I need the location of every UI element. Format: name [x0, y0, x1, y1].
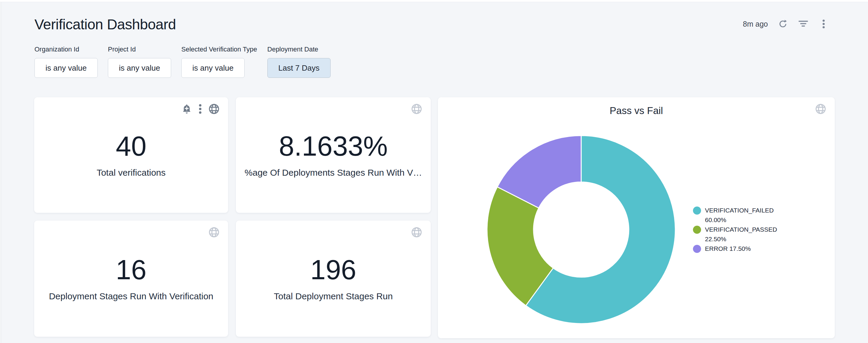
filter-value-selected-verification-type[interactable]: is any value	[181, 58, 245, 78]
pass-vs-fail-donut-chart[interactable]	[485, 134, 677, 325]
legend-label: VERIFICATION_FAILED	[705, 207, 774, 214]
header-actions: 8m ago	[743, 18, 830, 31]
globe-icon[interactable]	[815, 103, 826, 115]
filter-selected-verification-type: Selected Verification Type is any value	[181, 45, 257, 78]
tile-label: Deployment Stages Run With Verification	[49, 291, 213, 301]
filter-deployment-date: Deployment Date Last 7 Days	[267, 45, 331, 78]
legend-item-verification-passed[interactable]: VERIFICATION_PASSED 22.50%	[693, 225, 789, 244]
filter-icon[interactable]	[797, 18, 809, 31]
tile-label: Total verifications	[96, 168, 165, 178]
chart-title: Pass vs Fail	[438, 105, 835, 116]
tile-total-deployment-stages-run: 196 Total Deployment Stages Run	[236, 220, 431, 337]
tile-total-verifications: 40 Total verifications	[34, 97, 228, 213]
legend-swatch	[693, 245, 701, 253]
window-top-edge	[0, 0, 868, 2]
tile-deployment-stages-run-with-verification: 16 Deployment Stages Run With Verificati…	[34, 220, 228, 337]
filter-project-id: Project Id is any value	[108, 45, 171, 78]
tile-value: 196	[310, 256, 356, 283]
dashboard-page: Verification Dashboard 8m ago	[0, 0, 868, 343]
tile-value: 8.1633%	[279, 132, 388, 160]
filter-value-project-id[interactable]: is any value	[108, 58, 171, 78]
kebab-menu-icon[interactable]	[818, 18, 830, 31]
legend-label: ERROR	[705, 245, 728, 252]
filter-value-deployment-date[interactable]: Last 7 Days	[267, 58, 331, 78]
filter-label: Project Id	[108, 45, 171, 53]
pass-vs-fail-chart-card: Pass vs Fail VERIFICATION_FAILED 60.00% …	[438, 97, 835, 338]
refresh-icon[interactable]	[777, 18, 789, 31]
legend-value: 60.00%	[705, 216, 726, 223]
chart-legend: VERIFICATION_FAILED 60.00% VERIFICATION_…	[693, 206, 789, 253]
filter-label: Deployment Date	[267, 45, 331, 53]
legend-item-verification-failed[interactable]: VERIFICATION_FAILED 60.00%	[693, 206, 789, 225]
filter-value-organization-id[interactable]: is any value	[34, 58, 98, 78]
tile-label: %age Of Deployments Stages Run With V…	[245, 168, 422, 178]
legend-value: 17.50%	[730, 245, 751, 252]
tile-label: Total Deployment Stages Run	[274, 291, 393, 301]
tile-pct-deployment-stages-with-verifications: 8.1633% %age Of Deployments Stages Run W…	[236, 97, 431, 213]
legend-swatch	[693, 207, 701, 215]
filter-label: Selected Verification Type	[181, 45, 257, 53]
tile-value: 40	[116, 132, 146, 160]
legend-item-error[interactable]: ERROR 17.50%	[693, 244, 789, 253]
filter-label: Organization Id	[34, 45, 98, 53]
filter-bar: Organization Id is any value Project Id …	[34, 45, 331, 78]
legend-swatch	[693, 226, 701, 234]
window-left-edge	[0, 2, 1, 343]
legend-value: 22.50%	[705, 236, 726, 242]
last-refresh-label: 8m ago	[743, 20, 768, 28]
page-title: Verification Dashboard	[34, 16, 176, 33]
legend-label: VERIFICATION_PASSED	[705, 226, 777, 233]
filter-organization-id: Organization Id is any value	[34, 45, 98, 78]
tile-value: 16	[116, 256, 146, 283]
